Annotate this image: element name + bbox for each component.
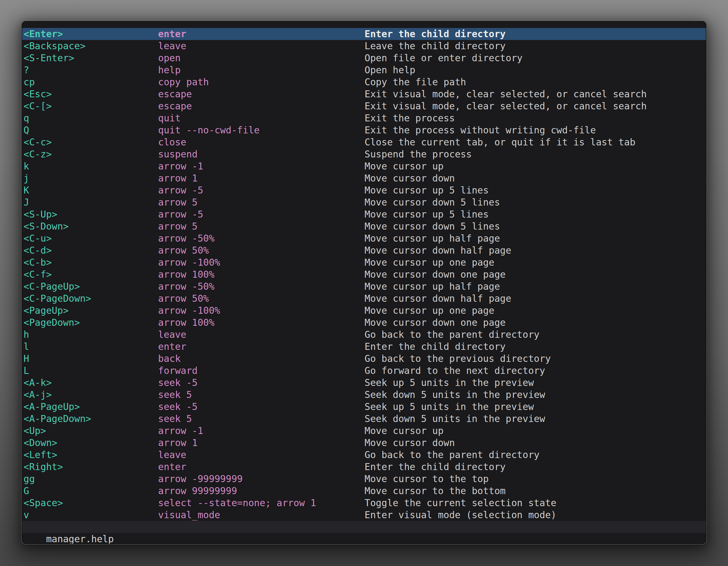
help-row[interactable]: <A-k>seek -5Seek up 5 units in the previ…: [22, 377, 706, 389]
help-row[interactable]: <C-b>arrow -100%Move cursor up one page: [22, 257, 706, 269]
keybinding-key: <C-c>: [24, 136, 158, 148]
help-row[interactable]: <Up>arrow -1Move cursor up: [22, 425, 706, 437]
help-row[interactable]: <PageUp>arrow -100%Move cursor up one pa…: [22, 304, 706, 316]
keybinding-description: Move cursor up 5 lines: [365, 184, 706, 196]
help-row[interactable]: jarrow 1Move cursor down: [22, 172, 706, 184]
help-row[interactable]: <C-PageDown>arrow 50%Move cursor down ha…: [22, 292, 706, 304]
keybinding-key: <Right>: [24, 461, 158, 473]
help-row[interactable]: ?helpOpen help: [22, 64, 706, 76]
help-row[interactable]: <A-PageUp>seek -5Seek up 5 units in the …: [22, 401, 706, 413]
help-row[interactable]: <Down>arrow 1Move cursor down: [22, 437, 706, 449]
keybinding-key: G: [24, 485, 158, 497]
help-row[interactable]: LforwardGo forward to the next directory: [22, 365, 706, 377]
help-row[interactable]: <Left>leaveGo back to the parent directo…: [22, 449, 706, 461]
help-row[interactable]: <C-PageUp>arrow -50%Move cursor up half …: [22, 281, 706, 292]
keybinding-key: gg: [24, 473, 158, 485]
keybinding-key: <S-Down>: [24, 220, 158, 233]
keybinding-command: arrow 100%: [158, 316, 365, 328]
keybinding-command: help: [158, 64, 365, 76]
keybinding-description: Move cursor up: [365, 160, 706, 172]
terminal-window-help: <Enter>enterEnter the child directory<Ba…: [22, 21, 706, 544]
help-row[interactable]: <S-Up>arrow -5Move cursor up 5 lines: [22, 208, 706, 220]
keybinding-command: escape: [158, 100, 365, 112]
keybinding-key: l: [24, 340, 158, 353]
keybinding-key: <PageDown>: [24, 316, 158, 328]
keybinding-key: K: [24, 184, 158, 196]
help-row[interactable]: <C-u>arrow -50%Move cursor up half page: [22, 233, 706, 245]
keybinding-command: arrow 5: [158, 220, 365, 233]
help-row[interactable]: <Backspace>leaveLeave the child director…: [22, 40, 706, 52]
help-row[interactable]: <A-j>seek 5Seek down 5 units in the prev…: [22, 389, 706, 401]
keybinding-description: Exit visual mode, clear selected, or can…: [365, 100, 706, 112]
help-row[interactable]: Garrow 99999999Move cursor to the bottom: [22, 485, 706, 497]
help-row[interactable]: <S-Enter>openOpen file or enter director…: [22, 52, 706, 64]
keybinding-command: arrow 5: [158, 196, 365, 208]
help-row[interactable]: cpcopy pathCopy the file path: [22, 76, 706, 88]
help-row[interactable]: <A-PageDown>seek 5Seek down 5 units in t…: [22, 413, 706, 425]
help-row[interactable]: hleaveGo back to the parent directory: [22, 328, 706, 340]
status-layer-label: manager.help: [46, 534, 114, 544]
keybinding-description: Seek down 5 units in the preview: [365, 389, 706, 401]
keybinding-key: <Down>: [24, 437, 158, 449]
help-row[interactable]: lenterEnter the child directory: [22, 340, 706, 353]
keybinding-description: Move cursor down one page: [365, 269, 706, 281]
keybinding-description: Seek up 5 units in the preview: [365, 401, 706, 413]
keybinding-command: arrow 1: [158, 172, 365, 184]
keybinding-description: Close the current tab, or quit if it is …: [365, 136, 706, 148]
keybinding-description: Enter the child directory: [365, 340, 706, 353]
keybinding-key: <C-b>: [24, 257, 158, 269]
keybinding-command: seek -5: [158, 401, 365, 413]
help-row[interactable]: ggarrow -99999999Move cursor to the top: [22, 473, 706, 485]
keybinding-key: H: [24, 353, 158, 365]
keybinding-command: arrow -1: [158, 425, 365, 437]
keybinding-command: seek 5: [158, 413, 365, 425]
help-row-selected[interactable]: <Enter>enterEnter the child directory: [22, 28, 706, 40]
keybinding-key: <A-PageUp>: [24, 401, 158, 413]
help-row[interactable]: <C-d>arrow 50%Move cursor down half page: [22, 245, 706, 257]
keybinding-description: Go forward to the next directory: [365, 365, 706, 377]
keybinding-command: open: [158, 52, 365, 64]
help-row[interactable]: <PageDown>arrow 100%Move cursor down one…: [22, 316, 706, 328]
help-row[interactable]: <C-z>suspendSuspend the process: [22, 148, 706, 160]
keybinding-command: leave: [158, 40, 365, 52]
keybinding-command: arrow -5: [158, 208, 365, 220]
keybinding-description: Move cursor down half page: [365, 245, 706, 257]
keybinding-description: Move cursor down 5 lines: [365, 220, 706, 233]
help-row[interactable]: <C-f>arrow 100%Move cursor down one page: [22, 269, 706, 281]
keybinding-description: Move cursor up 5 lines: [365, 208, 706, 220]
keybinding-command: seek 5: [158, 389, 365, 401]
keybinding-command: arrow -50%: [158, 281, 365, 292]
keybinding-command: arrow -5: [158, 184, 365, 196]
keybinding-command: seek -5: [158, 377, 365, 389]
help-row[interactable]: <Esc>escapeExit visual mode, clear selec…: [22, 88, 706, 100]
help-row[interactable]: Karrow -5Move cursor up 5 lines: [22, 184, 706, 196]
status-bar: manager.help: [22, 521, 706, 533]
help-row[interactable]: <C-c>closeClose the current tab, or quit…: [22, 136, 706, 148]
keybinding-key: j: [24, 172, 158, 184]
help-row[interactable]: <C-[>escapeExit visual mode, clear selec…: [22, 100, 706, 112]
help-row[interactable]: <Space>select --state=none; arrow 1Toggl…: [22, 497, 706, 509]
keybinding-description: Exit the process without writing cwd-fil…: [365, 124, 706, 136]
help-row[interactable]: <S-Down>arrow 5Move cursor down 5 lines: [22, 220, 706, 233]
keybinding-command: arrow -100%: [158, 257, 365, 269]
keybinding-description: Open help: [365, 64, 706, 76]
keybinding-command: enter: [158, 28, 365, 40]
help-row[interactable]: <Right>enterEnter the child directory: [22, 461, 706, 473]
help-row[interactable]: qquitExit the process: [22, 112, 706, 124]
help-row[interactable]: vvisual_modeEnter visual mode (selection…: [22, 509, 706, 521]
help-row[interactable]: Qquit --no-cwd-fileExit the process with…: [22, 124, 706, 136]
help-row[interactable]: karrow -1Move cursor up: [22, 160, 706, 172]
keybinding-key: v: [24, 509, 158, 521]
keybinding-key: <C-PageUp>: [24, 281, 158, 292]
keybinding-command: arrow 1: [158, 437, 365, 449]
keybinding-description: Enter visual mode (selection mode): [365, 509, 706, 521]
keybinding-description: Enter the child directory: [365, 461, 706, 473]
keybinding-description: Enter the child directory: [365, 28, 706, 40]
help-row[interactable]: Jarrow 5Move cursor down 5 lines: [22, 196, 706, 208]
keybinding-key: <Space>: [24, 497, 158, 509]
keybinding-key: q: [24, 112, 158, 124]
keybinding-key: <C-[>: [24, 100, 158, 112]
help-row[interactable]: HbackGo back to the previous directory: [22, 353, 706, 365]
keybinding-key: <PageUp>: [24, 304, 158, 316]
keybinding-key: <S-Enter>: [24, 52, 158, 64]
